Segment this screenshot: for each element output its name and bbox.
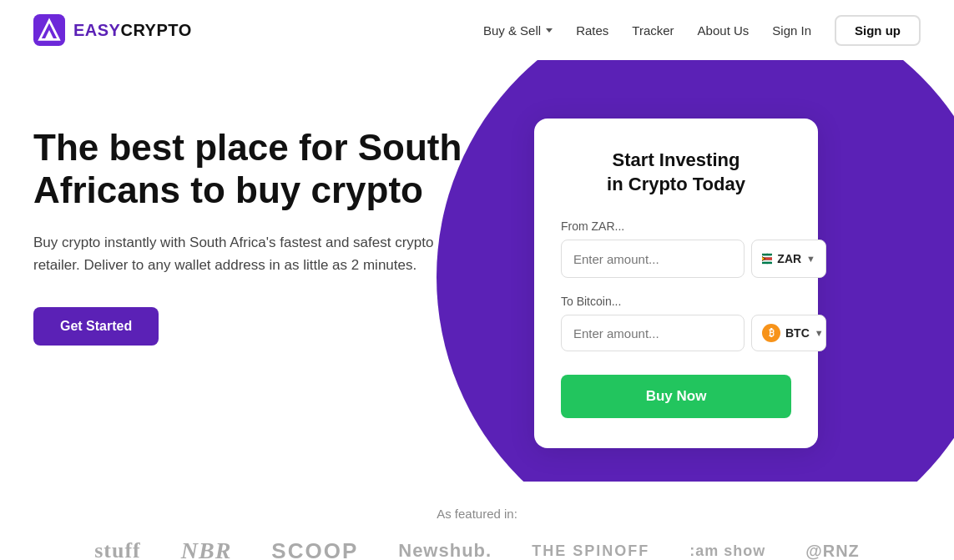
hero-subtitle: Buy crypto instantly with South Africa's…: [33, 231, 434, 276]
svg-rect-6: [762, 254, 772, 256]
media-logo-spinoff: THE SPINOFF: [532, 542, 649, 560]
from-input-row: ZAR ▼: [561, 240, 791, 278]
zar-flag-icon: [762, 249, 772, 269]
to-label: To Bitcoin...: [561, 295, 791, 308]
navbar: EASYCRYPTO Buy & Sell Rates Tracker Abou…: [0, 0, 954, 60]
from-currency-select[interactable]: ZAR ▼: [751, 240, 826, 278]
hero-section: The best place for South Africans to buy…: [0, 60, 954, 482]
media-logo-rnz: @RNZ: [805, 542, 860, 560]
media-logos: stuff NBR SCOOP Newshub. THE SPINOFF :am…: [33, 537, 921, 560]
from-label: From ZAR...: [561, 219, 791, 233]
from-currency-chevron: ▼: [806, 254, 815, 264]
chevron-down-icon: [546, 28, 553, 33]
hero-title: The best place for South Africans to buy…: [33, 127, 501, 211]
to-currency-label: BTC: [785, 326, 810, 340]
logo-icon: [33, 14, 65, 46]
nav-link-signin[interactable]: Sign In: [772, 23, 811, 38]
to-currency-select[interactable]: ₿ BTC ▼: [751, 315, 826, 351]
buy-now-button[interactable]: Buy Now: [561, 375, 791, 418]
nav-link-tracker[interactable]: Tracker: [632, 23, 674, 38]
svg-rect-9: [762, 260, 772, 262]
logo-text: EASYCRYPTO: [73, 21, 192, 40]
invest-card-title: Start Investing in Crypto Today: [561, 149, 791, 196]
svg-rect-8: [762, 256, 772, 258]
from-amount-input[interactable]: [561, 240, 745, 278]
featured-label: As featured in:: [33, 507, 921, 521]
signup-button[interactable]: Sign up: [835, 15, 921, 46]
media-logo-stuff: stuff: [94, 538, 141, 560]
btc-icon: ₿: [762, 324, 780, 342]
get-started-button[interactable]: Get Started: [33, 307, 159, 346]
hero-left: The best place for South Africans to buy…: [33, 110, 501, 346]
to-currency-chevron: ▼: [815, 328, 824, 338]
media-logo-nbr: NBR: [181, 537, 232, 560]
from-currency-label: ZAR: [777, 252, 801, 265]
media-logo-newshub: Newshub.: [398, 540, 492, 560]
media-logo-scoop: SCOOP: [271, 538, 358, 560]
to-amount-input[interactable]: [561, 315, 745, 351]
nav-link-rates[interactable]: Rates: [576, 23, 608, 38]
featured-section: As featured in: stuff NBR SCOOP Newshub.…: [0, 482, 954, 560]
to-input-row: ₿ BTC ▼: [561, 315, 791, 351]
nav-link-about[interactable]: About Us: [698, 23, 750, 38]
logo[interactable]: EASYCRYPTO: [33, 14, 192, 46]
nav-link-buy-sell[interactable]: Buy & Sell: [483, 23, 553, 38]
nav-links: Buy & Sell Rates Tracker About Us Sign I…: [483, 15, 921, 46]
svg-rect-7: [762, 262, 772, 265]
invest-card: Start Investing in Crypto Today From ZAR…: [534, 119, 818, 448]
hero-content: The best place for South Africans to buy…: [0, 60, 954, 482]
media-logo-am: :am show: [689, 542, 765, 560]
